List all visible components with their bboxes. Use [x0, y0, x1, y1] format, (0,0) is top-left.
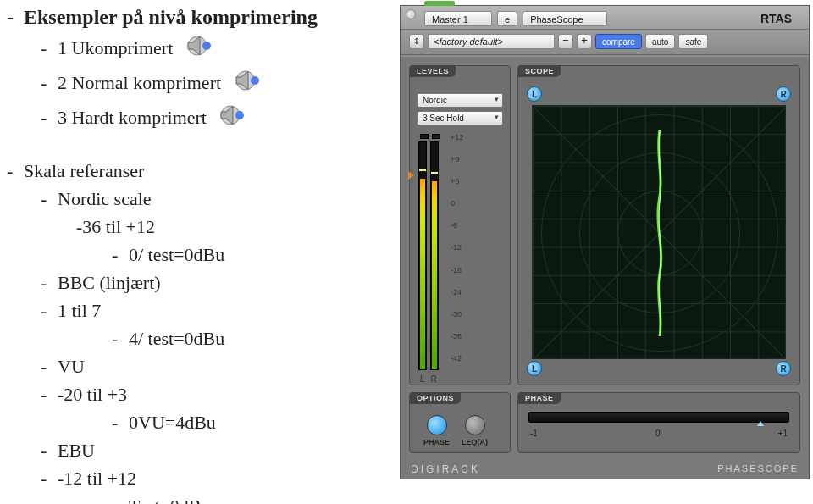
- svg-point-5: [235, 111, 244, 119]
- slide-text: -Eksempler på nivå komprimering -1 Ukomp…: [0, 0, 398, 504]
- minus-button[interactable]: −: [558, 34, 573, 49]
- overload-led-l: [420, 134, 429, 139]
- hold-select[interactable]: 3 Sec Hold: [417, 111, 503, 125]
- preset-updown-icon[interactable]: ⇕: [409, 34, 424, 49]
- phasescope-window: Master 1 e PhaseScope RTAS ⇕ <factory de…: [400, 5, 810, 479]
- insert-slot[interactable]: e: [497, 11, 517, 26]
- close-icon[interactable]: [406, 9, 416, 19]
- track-select[interactable]: Master 1: [424, 11, 492, 26]
- svg-point-3: [251, 76, 259, 85]
- safe-button[interactable]: safe: [678, 34, 708, 49]
- overload-led-r: [432, 134, 440, 139]
- scope-badge-l-bottom: L: [527, 361, 542, 376]
- plugin-select[interactable]: PhaseScope: [523, 11, 607, 26]
- scope-badge-r-top: R: [776, 86, 791, 102]
- speaker-icon: [231, 67, 262, 102]
- peak-pointer-icon: [408, 171, 414, 180]
- options-panel: OPTIONS PHASE LEQ(A): [409, 392, 511, 453]
- level-meters: +12 +9 +6 0 -6 -12 -18 -24 -30 -36 -42: [410, 129, 510, 374]
- channel-l-label: L: [420, 374, 425, 384]
- phase-indicator-icon: [757, 421, 764, 426]
- auto-button[interactable]: auto: [645, 34, 675, 49]
- phase-panel: PHASE -1 0 +1: [517, 392, 800, 453]
- footer-product: PHASESCOPE: [717, 463, 799, 475]
- levels-panel: LEVELS Nordic 3 Sec Hold: [409, 65, 511, 385]
- scope-label: SCOPE: [518, 65, 561, 77]
- header-row-2: ⇕ <factory default> − + compare auto saf…: [401, 30, 809, 55]
- meter-left: [418, 141, 427, 370]
- phase-led-icon: [427, 415, 447, 435]
- format-label: RTAS: [760, 12, 800, 25]
- section-2: Skala referanser: [24, 160, 144, 181]
- slide-heading: Eksempler på nivå komprimering: [24, 6, 318, 28]
- meter-right: [430, 141, 439, 370]
- preset-select[interactable]: <factory default>: [428, 34, 555, 49]
- header-row-1: Master 1 e PhaseScope RTAS: [401, 6, 809, 30]
- scale-select[interactable]: Nordic: [417, 93, 503, 108]
- phase-label: PHASE: [518, 392, 561, 404]
- scope-panel: SCOPE L R L R: [517, 65, 800, 385]
- scope-badge-r-bottom: R: [776, 361, 791, 376]
- meter-scale: +12 +9 +6 0 -6 -12 -18 -24 -30 -36 -42: [451, 134, 463, 363]
- speaker-icon: [183, 32, 213, 67]
- plus-button[interactable]: +: [577, 34, 592, 49]
- speaker-icon: [216, 102, 246, 136]
- leq-option-button[interactable]: LEQ(A): [462, 415, 488, 446]
- vectorscope-display: [532, 105, 786, 359]
- footer-brand: DIGIRACK: [411, 463, 480, 475]
- leq-led-icon: [465, 415, 485, 435]
- green-tab-icon: [424, 1, 455, 6]
- options-label: OPTIONS: [410, 392, 461, 404]
- channel-r-label: R: [431, 374, 437, 384]
- compare-button[interactable]: compare: [595, 34, 642, 49]
- phase-correlation-bar: [528, 412, 789, 423]
- phase-option-button[interactable]: PHASE: [423, 415, 450, 446]
- svg-point-1: [202, 42, 211, 50]
- scope-trace-icon: [653, 130, 666, 336]
- scope-badge-l-top: L: [527, 86, 542, 102]
- levels-label: LEVELS: [410, 65, 456, 77]
